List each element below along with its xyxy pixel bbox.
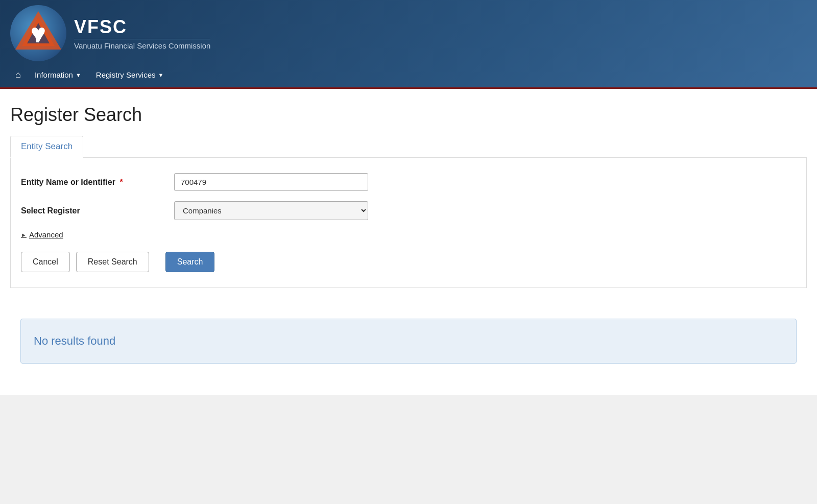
required-indicator: * bbox=[119, 178, 123, 186]
advanced-arrow-icon: ► bbox=[21, 232, 27, 238]
logo-v-letter: ♥ bbox=[31, 18, 46, 49]
logo-circle: ♥ V bbox=[10, 5, 66, 61]
tab-container: Entity Search bbox=[10, 136, 807, 158]
no-results-box: No results found bbox=[20, 319, 797, 364]
logo-text: VFSC Vanuatu Financial Services Commissi… bbox=[74, 16, 210, 50]
logo-container: ♥ V VFSC Vanuatu Financial Services Comm… bbox=[10, 5, 210, 61]
cancel-button[interactable]: Cancel bbox=[21, 252, 70, 272]
nav-item-information[interactable]: Information ▼ bbox=[29, 67, 87, 82]
entity-name-input[interactable] bbox=[174, 173, 368, 191]
site-header: ♥ V VFSC Vanuatu Financial Services Comm… bbox=[0, 0, 817, 89]
button-row: Cancel Reset Search Search bbox=[21, 252, 796, 272]
advanced-toggle: ► Advanced bbox=[21, 230, 796, 239]
org-short-name: VFSC bbox=[74, 16, 210, 38]
main-nav: ⌂ Information ▼ Registry Services ▼ bbox=[0, 66, 817, 87]
page-title: Register Search bbox=[10, 104, 807, 126]
no-results-section: No results found bbox=[10, 308, 807, 374]
home-icon: ⌂ bbox=[15, 69, 21, 80]
tab-entity-search[interactable]: Entity Search bbox=[10, 136, 83, 158]
nav-information-label: Information bbox=[35, 70, 73, 79]
advanced-label: Advanced bbox=[29, 230, 63, 239]
entity-name-label: Entity Name or Identifier * bbox=[21, 178, 164, 187]
registry-chevron-icon: ▼ bbox=[158, 72, 164, 78]
search-form-panel: Entity Name or Identifier * Select Regis… bbox=[10, 158, 807, 288]
nav-item-registry-services[interactable]: Registry Services ▼ bbox=[90, 67, 170, 82]
reset-search-button[interactable]: Reset Search bbox=[76, 252, 149, 272]
entity-name-row: Entity Name or Identifier * bbox=[21, 173, 796, 191]
no-results-text: No results found bbox=[34, 334, 115, 347]
home-nav-button[interactable]: ⌂ bbox=[10, 66, 26, 83]
information-chevron-icon: ▼ bbox=[76, 72, 81, 78]
main-content: Register Search Entity Search Entity Nam… bbox=[0, 89, 817, 395]
advanced-link[interactable]: ► Advanced bbox=[21, 230, 796, 239]
select-register-row: Select Register Companies Partnerships T… bbox=[21, 201, 796, 220]
register-select[interactable]: Companies Partnerships Trusts Foundation… bbox=[174, 201, 368, 220]
nav-registry-label: Registry Services bbox=[96, 70, 156, 79]
org-full-name: Vanuatu Financial Services Commission bbox=[74, 39, 210, 50]
search-button[interactable]: Search bbox=[165, 252, 215, 272]
select-register-label: Select Register bbox=[21, 206, 164, 215]
